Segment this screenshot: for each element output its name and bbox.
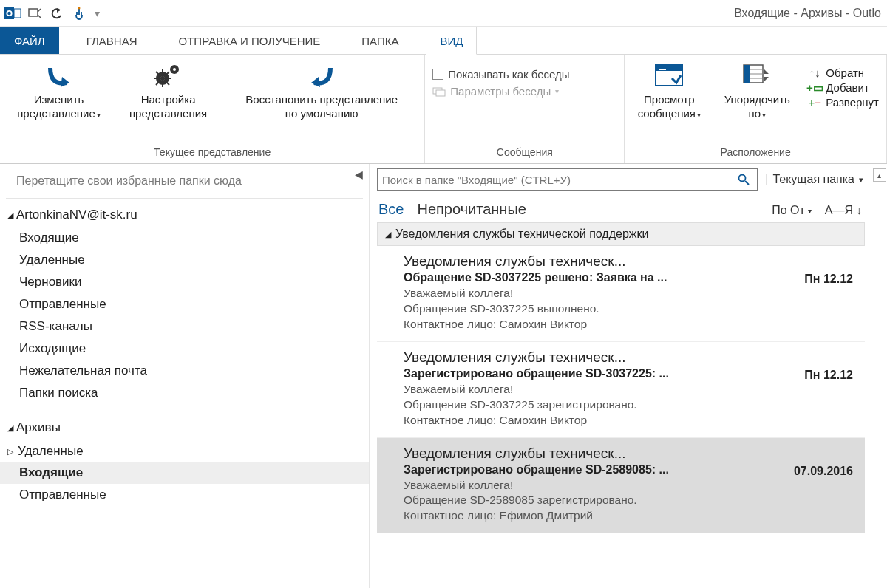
tab-view[interactable]: ВИД (426, 27, 477, 55)
expand-triangle-icon: ◢ (7, 211, 13, 220)
arrange-icon (742, 59, 772, 92)
folder-outbox[interactable]: Исходящие (0, 338, 369, 360)
svg-rect-0 (4, 7, 14, 19)
archive-deleted[interactable]: Удаленные (0, 440, 369, 462)
add-icon: +▭ (808, 82, 821, 94)
group-header[interactable]: ◢ Уведомления службы технической поддерж… (377, 222, 865, 246)
ribbon-group-messages: Показывать как беседы Параметры беседы ▾… (425, 55, 625, 163)
message-list-column: | Текущая папка ▾ Все Непрочитанные По О… (370, 164, 871, 588)
svg-point-23 (739, 175, 746, 182)
message-preview: Уважаемый коллега!Обращение SD-2589085 з… (404, 478, 856, 524)
message-from: Уведомления службы техническ... (404, 253, 856, 270)
ribbon-group-label: Расположение (632, 144, 879, 161)
quick-access-toolbar: ▾ (4, 5, 101, 21)
window-title: Входящие - Архивы - Outlo (734, 7, 881, 20)
message-from: Уведомления службы техническ... (404, 349, 856, 366)
add-columns-button[interactable]: +▭ Добавит (808, 81, 879, 94)
message-preview-button[interactable]: Просмотрсообщения▾ (632, 59, 706, 121)
svg-point-8 (173, 68, 176, 71)
title-bar: ▾ Входящие - Архивы - Outlo (0, 0, 887, 27)
message-subject: Зарегистрировано обращение SD-2589085: .… (404, 463, 856, 476)
folder-rss[interactable]: RSS-каналы (0, 315, 369, 338)
folder-inbox[interactable]: Входящие (0, 227, 369, 249)
folder-sent[interactable]: Отправленные (0, 293, 369, 315)
svg-point-4 (78, 7, 81, 9)
content-pane: | Текущая папка ▾ Все Непрочитанные По О… (370, 164, 887, 588)
undo-icon[interactable] (49, 5, 65, 21)
view-settings-button[interactable]: Настройкапредставления (120, 59, 216, 121)
show-as-conversations-checkbox[interactable]: Показывать как беседы (432, 68, 569, 81)
tab-send-receive[interactable]: ОТПРАВКА И ПОЛУЧЕНИЕ (165, 27, 335, 54)
collapsed-triangle-icon (7, 447, 13, 457)
message-item[interactable]: Уведомления службы техническ...Зарегистр… (377, 438, 865, 534)
expand-icon: +− (808, 97, 821, 109)
ribbon-group-current-view: Изменитьпредставление▾ Настройкапредстав… (0, 55, 425, 163)
sort-by-dropdown[interactable]: По От▾ (772, 204, 812, 217)
message-date: 07.09.2016 (794, 465, 853, 478)
qat-dropdown-icon[interactable]: ▾ (95, 7, 100, 19)
archive-sent[interactable]: Отправленные (0, 484, 369, 506)
ribbon-group-label: Сообщения (432, 144, 616, 161)
search-scope-dropdown[interactable]: | Текущая папка ▾ (765, 173, 863, 186)
message-item[interactable]: Уведомления службы техническ...Обращение… (377, 246, 865, 342)
reset-icon (307, 59, 336, 92)
svg-rect-3 (29, 9, 38, 16)
folder-search[interactable]: Папки поиска (0, 382, 369, 404)
preview-icon (654, 59, 684, 92)
account-name: ArtonkinaNV@it-sk.ru (16, 208, 137, 222)
svg-rect-1 (14, 9, 21, 18)
tab-home[interactable]: ГЛАВНАЯ (72, 27, 152, 54)
ribbon-tabs: ФАЙЛ ГЛАВНАЯ ОТПРАВКА И ПОЛУЧЕНИЕ ПАПКА … (0, 27, 887, 55)
account-header[interactable]: ◢ ArtonkinaNV@it-sk.ru (0, 205, 369, 227)
favorites-hint: Перетащите свои избранные папки сюда (0, 170, 369, 195)
message-date: Пн 12.12 (804, 369, 853, 382)
search-row: | Текущая папка ▾ (377, 168, 871, 191)
main-area: ◀ Перетащите свои избранные папки сюда ◢… (0, 164, 887, 588)
folder-drafts[interactable]: Черновики (0, 271, 369, 293)
arrange-by-button[interactable]: Упорядочитьпо▾ (716, 59, 798, 121)
tab-folder[interactable]: ПАПКА (347, 27, 412, 54)
message-from: Уведомления службы техническ... (404, 445, 856, 462)
archive-inbox[interactable]: Входящие (0, 462, 369, 484)
expand-button[interactable]: +− Развернут (808, 96, 879, 109)
conversation-icon (432, 86, 446, 98)
collapse-nav-icon[interactable]: ◀ (355, 168, 363, 180)
sort-direction[interactable]: А—Я ↓ (825, 204, 862, 217)
navigation-pane: ◀ Перетащите свои избранные папки сюда ◢… (0, 164, 370, 588)
search-box[interactable] (377, 168, 758, 191)
folder-junk[interactable]: Нежелательная почта (0, 360, 369, 382)
reverse-icon: ↑↓ (808, 67, 821, 79)
message-preview: Уважаемый коллега!Обращение SD-3037225 з… (404, 382, 856, 428)
change-view-button[interactable]: Изменитьпредставление▾ (7, 59, 110, 121)
expand-triangle-icon: ◢ (385, 230, 391, 239)
outlook-icon (4, 5, 21, 21)
ribbon-group-layout: Просмотрсообщения▾ Упорядочитьпо▾ ↑↓ Обр… (625, 55, 887, 163)
ribbon-group-label: Текущее представление (7, 144, 417, 161)
scroll-up-icon[interactable]: ▴ (873, 168, 886, 182)
message-date: Пн 12.12 (804, 273, 853, 286)
svg-rect-17 (659, 69, 666, 70)
touch-mode-icon[interactable] (71, 5, 87, 21)
svg-rect-19 (744, 65, 750, 83)
search-icon[interactable] (735, 174, 752, 185)
message-subject: Обращение SD-3037225 решено: Заявка на .… (404, 271, 856, 284)
search-input[interactable] (382, 174, 735, 186)
folder-deleted[interactable]: Удаленные (0, 249, 369, 271)
message-preview: Уважаемый коллега!Обращение SD-3037225 в… (404, 286, 856, 332)
message-list: Уведомления службы техническ...Обращение… (377, 246, 871, 533)
checkbox-icon (432, 69, 444, 80)
message-item[interactable]: Уведомления службы техническ...Зарегистр… (377, 342, 865, 438)
archives-header[interactable]: ◢ Архивы (0, 417, 369, 440)
scrollbar[interactable]: ▴ (871, 164, 887, 588)
separator (6, 198, 363, 199)
expand-triangle-icon: ◢ (7, 423, 13, 433)
send-receive-icon[interactable] (27, 5, 43, 21)
svg-line-24 (745, 181, 749, 185)
filter-all[interactable]: Все (378, 201, 404, 218)
reverse-sort-button[interactable]: ↑↓ Обратн (808, 66, 879, 79)
reset-view-button[interactable]: Восстановить представлениепо умолчанию (226, 59, 417, 121)
filter-row: Все Непрочитанные По От▾ А—Я ↓ (377, 191, 871, 222)
conversation-settings-button[interactable]: Параметры беседы ▾ (432, 85, 569, 98)
filter-unread[interactable]: Непрочитанные (417, 201, 526, 218)
tab-file[interactable]: ФАЙЛ (0, 27, 59, 54)
